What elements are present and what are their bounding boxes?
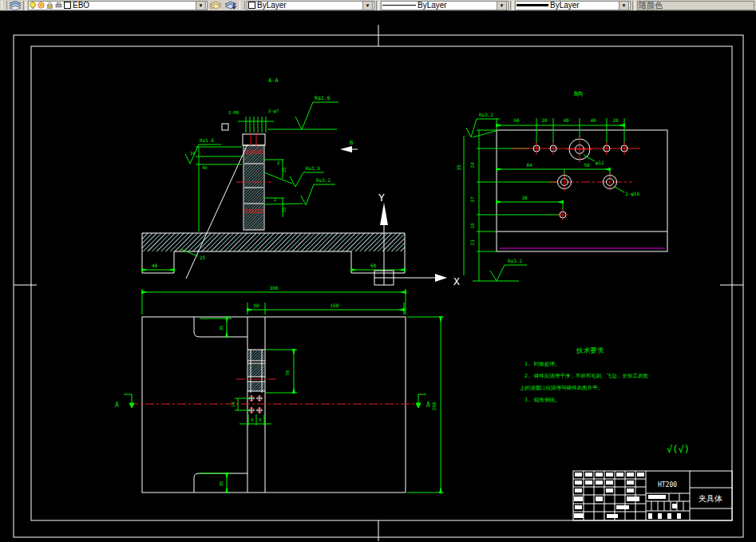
ra-text[interactable]: Ra1.6	[306, 165, 320, 171]
cut-label[interactable]: A	[426, 402, 430, 409]
ra-text[interactable]: Ra3.2	[479, 112, 493, 117]
dim-text[interactable]: 35	[456, 164, 461, 171]
dim-text[interactable]: 40	[590, 117, 596, 123]
hole-note[interactable]: 2-φ7	[268, 109, 279, 114]
b-view-arrow[interactable]	[340, 146, 352, 152]
dim-text[interactable]: 35	[219, 481, 224, 487]
cut-label[interactable]: A	[115, 402, 119, 409]
dim-text[interactable]: 60	[513, 117, 520, 123]
b-label[interactable]: B	[350, 140, 353, 146]
dim-text[interactable]: 60	[370, 263, 377, 268]
linetype-combo[interactable]: ByLayer ▼	[381, 1, 509, 10]
linetype-sample	[382, 5, 416, 6]
grip-box[interactable]	[222, 124, 228, 130]
title-block[interactable]: HT200 夹具体	[573, 471, 732, 520]
toolbar-grip[interactable]	[239, 1, 245, 10]
dim-text[interactable]: 10	[469, 223, 475, 229]
paper-frame	[14, 25, 743, 541]
view-label[interactable]: A-A	[268, 77, 279, 84]
thread-note[interactable]: 2-M6	[228, 110, 239, 115]
layer-name: EBO	[73, 2, 89, 10]
tech-title[interactable]: 技术要求	[576, 346, 604, 354]
ucs-y-label: Y	[378, 192, 385, 204]
layer-combo-dropdown-icon[interactable]: ▼	[196, 1, 206, 10]
dim-text[interactable]: 30	[521, 195, 528, 200]
hole-note[interactable]: 2-φ16	[625, 191, 639, 197]
tech-requirements[interactable]: 技术要求 1. 时效处理。 2. 铸件应清理干净，不得有毛刺、飞边，非加工表面 …	[520, 346, 648, 403]
layer-combo[interactable]: EBO ▼	[28, 1, 208, 10]
drawing-canvas[interactable]: A-A 2-M6 2-φ7	[0, 0, 756, 542]
layers-icon[interactable]	[9, 1, 22, 10]
layer-freeze-icon[interactable]	[38, 2, 45, 9]
dim-text[interactable]: 40	[202, 165, 208, 170]
layer-on-icon[interactable]	[30, 2, 36, 9]
current-color-swatch	[248, 2, 255, 9]
lineweight-dropdown-icon[interactable]: ▼	[619, 1, 629, 10]
tech-line[interactable]: 上的浇冒口应清理与铸件表面齐平。	[520, 385, 603, 391]
dim-text[interactable]: 300	[270, 285, 279, 291]
ucs-x-label: X	[453, 275, 460, 287]
ra-text[interactable]: Ra3.2	[508, 258, 522, 263]
dim-text[interactable]: 50	[285, 370, 290, 376]
dim-text[interactable]: 50	[584, 162, 590, 168]
plot-style-value: 随颜色	[639, 2, 663, 10]
dim-text[interactable]: 14	[231, 402, 236, 407]
dim-text[interactable]: 160	[331, 303, 339, 308]
hole-note[interactable]: φ12	[596, 160, 604, 166]
color-combo[interactable]: ByLayer ▼	[247, 1, 374, 10]
dim-text[interactable]: 8	[259, 417, 261, 422]
lineweight-sample	[517, 4, 548, 6]
section-view[interactable]: A-A 2-M6 2-φ7	[142, 77, 405, 279]
view-label[interactable]: B向	[574, 90, 584, 97]
ra-text[interactable]: Ra1.6	[315, 95, 331, 101]
plot-style-combo: 随颜色	[637, 1, 754, 10]
toolbar-separator	[376, 1, 379, 10]
autocad-window: { "toolbar": { "layer_name": "EBO", "col…	[0, 0, 756, 542]
dim-text[interactable]: 25	[200, 255, 206, 260]
dim-text[interactable]: 40	[152, 263, 158, 268]
dim-text[interactable]: 37	[469, 196, 475, 203]
dim-text[interactable]: 55	[282, 207, 287, 212]
dim-text[interactable]: 20	[612, 117, 619, 123]
toolbar-separator	[632, 1, 635, 10]
plan-view[interactable]: A A 14 8 8 35 35	[115, 285, 444, 493]
dim-text[interactable]: 35	[219, 326, 224, 331]
dim-text[interactable]: 200	[431, 402, 437, 410]
make-layer-current-icon[interactable]	[209, 1, 223, 10]
layer-color-swatch[interactable]	[64, 2, 71, 9]
tech-line[interactable]: 1. 时效处理。	[524, 361, 560, 367]
dim-text[interactable]: 20	[541, 117, 548, 123]
ra-text[interactable]: Ra3.2	[316, 177, 331, 183]
layer-lock-icon[interactable]	[46, 2, 53, 9]
dim-text[interactable]: 40	[563, 117, 569, 123]
lineweight-combo[interactable]: ByLayer ▼	[515, 1, 631, 10]
linetype-value: ByLayer	[418, 2, 447, 10]
toolbar: EBO ▼ ByLayer ▼ ByLayer ▼ ByLayer ▼ 随颜色	[0, 0, 756, 11]
dim-text[interactable]: 25	[282, 167, 287, 172]
part-name-text[interactable]: 夹具体	[699, 494, 722, 503]
dim-text[interactable]: 2	[274, 197, 276, 202]
toolbar-separator	[23, 1, 26, 10]
dim-text[interactable]: 2	[277, 160, 279, 165]
color-value: ByLayer	[257, 2, 287, 10]
b-view[interactable]: B向 60 20 40 40 20 24 37 10 23	[456, 90, 667, 281]
layer-previous-icon[interactable]	[224, 1, 238, 10]
tech-line[interactable]: 3. 锐角倒钝。	[524, 397, 560, 403]
dim-text[interactable]: 23	[469, 239, 475, 246]
surface-note[interactable]: √(√)	[667, 444, 690, 455]
color-dropdown-icon[interactable]: ▼	[362, 1, 373, 10]
lineweight-value: ByLayer	[550, 2, 580, 10]
linetype-dropdown-icon[interactable]: ▼	[497, 1, 507, 10]
material-text[interactable]: HT200	[658, 481, 677, 489]
tech-line[interactable]: 2. 铸件应清理干净，不得有毛刺、飞边，非加工表面	[524, 373, 648, 379]
toolbar-grip[interactable]	[2, 1, 7, 10]
ra-text[interactable]: Ra1.6	[200, 137, 214, 143]
dim-text[interactable]: 84	[526, 162, 532, 168]
dim-text[interactable]: 8	[251, 417, 253, 422]
dim-text[interactable]: 50	[253, 303, 259, 308]
toolbar-separator	[510, 1, 513, 10]
dim-text[interactable]: 24	[469, 162, 475, 168]
layer-plot-icon[interactable]	[55, 2, 62, 9]
